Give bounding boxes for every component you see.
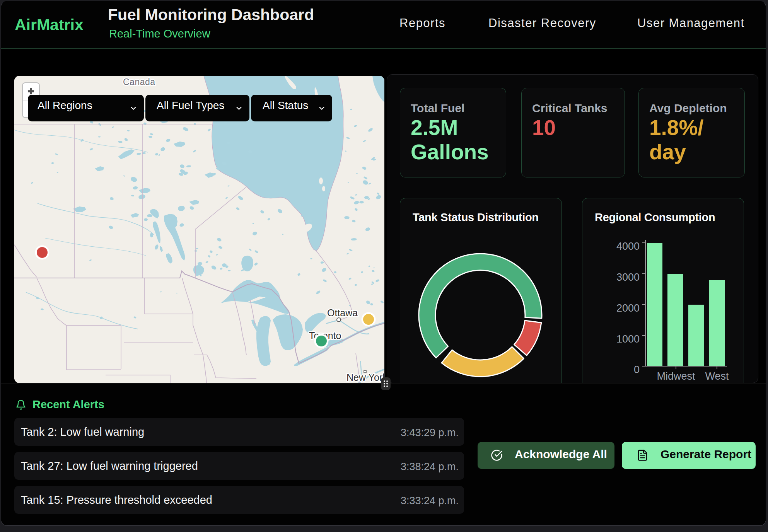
svg-text:3000: 3000	[616, 271, 640, 283]
svg-text:Midwest: Midwest	[657, 370, 695, 382]
svg-text:Ottawa: Ottawa	[327, 307, 358, 318]
svg-text:West: West	[705, 370, 729, 382]
svg-text:New York: New York	[346, 372, 384, 383]
svg-text:4000: 4000	[616, 240, 640, 252]
svg-text:0: 0	[634, 364, 640, 375]
svg-text:2000: 2000	[616, 302, 640, 314]
svg-text:1000: 1000	[616, 333, 640, 345]
svg-text:Canada: Canada	[123, 77, 155, 87]
